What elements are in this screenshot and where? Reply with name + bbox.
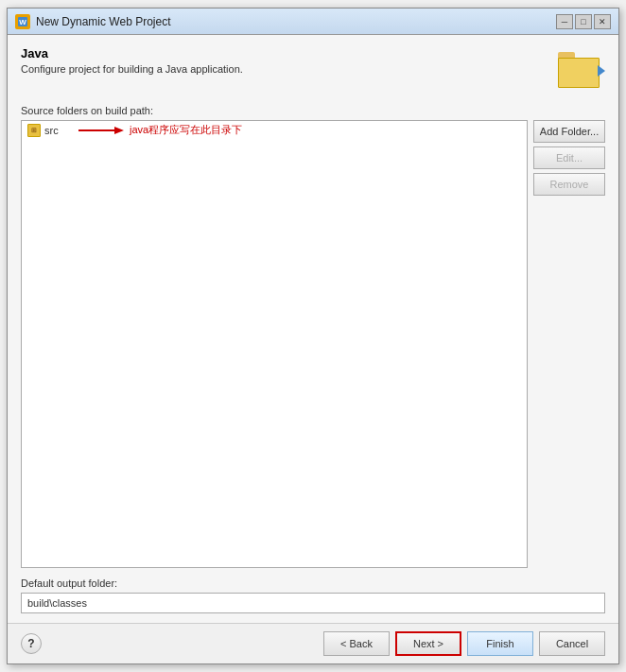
- folder-body: [558, 58, 600, 88]
- close-button[interactable]: ✕: [594, 14, 611, 29]
- list-with-buttons: ⊞ src java程序应写在此目录下 Add Folder...: [21, 120, 605, 568]
- footer-right: < Back Next > Finish Cancel: [323, 631, 605, 656]
- minimize-button[interactable]: ─: [556, 14, 573, 29]
- folder-arrow-icon: [598, 65, 605, 77]
- list-item[interactable]: ⊞ src: [22, 121, 527, 140]
- header-area: Java Configure project for building a Ja…: [21, 46, 605, 95]
- section-title: Java: [21, 46, 243, 60]
- edit-button[interactable]: Edit...: [533, 146, 605, 169]
- next-button[interactable]: Next >: [395, 631, 461, 656]
- title-bar: W New Dynamic Web Project ─ □ ✕: [8, 9, 618, 35]
- dialog-footer: ? < Back Next > Finish Cancel: [8, 623, 618, 663]
- source-folders-label: Source folders on build path:: [21, 105, 605, 116]
- output-folder-input[interactable]: [21, 593, 605, 613]
- window-controls: ─ □ ✕: [556, 14, 611, 29]
- cancel-button[interactable]: Cancel: [539, 631, 605, 656]
- output-section: Default output folder:: [21, 577, 605, 613]
- header-right: [556, 46, 605, 95]
- help-button[interactable]: ?: [21, 633, 42, 654]
- svg-text:W: W: [19, 18, 26, 26]
- dialog-window: W New Dynamic Web Project ─ □ ✕ Java Con…: [7, 8, 619, 664]
- package-icon: ⊞: [27, 124, 41, 137]
- finish-button[interactable]: Finish: [467, 631, 533, 656]
- add-folder-button[interactable]: Add Folder...: [533, 120, 605, 143]
- window-icon: W: [15, 14, 30, 29]
- header-left: Java Configure project for building a Ja…: [21, 46, 243, 75]
- section-desc: Configure project for building a Java ap…: [21, 63, 243, 75]
- footer-left: ?: [21, 633, 42, 654]
- maximize-button[interactable]: □: [575, 14, 592, 29]
- source-folders-list: ⊞ src java程序应写在此目录下: [21, 120, 528, 568]
- folder-icon-large: [558, 52, 603, 90]
- window-title: New Dynamic Web Project: [36, 15, 550, 28]
- output-folder-label: Default output folder:: [21, 577, 605, 589]
- remove-button[interactable]: Remove: [533, 173, 605, 196]
- back-button[interactable]: < Back: [323, 631, 390, 656]
- dialog-content: Java Configure project for building a Ja…: [8, 35, 618, 623]
- side-buttons: Add Folder... Edit... Remove: [533, 120, 605, 568]
- list-item-label: src: [44, 125, 59, 136]
